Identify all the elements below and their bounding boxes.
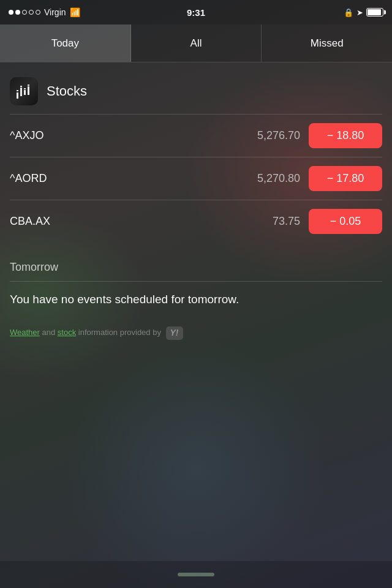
- tomorrow-section: Tomorrow You have no events scheduled fo…: [0, 249, 392, 314]
- wifi-icon: 📶: [70, 7, 80, 17]
- svg-rect-1: [17, 90, 18, 91]
- tab-all[interactable]: All: [131, 24, 262, 62]
- stock-link[interactable]: stock: [58, 328, 76, 337]
- stocks-widget-title: Stocks: [47, 83, 87, 99]
- no-events-text: You have no events scheduled for tomorro…: [10, 292, 382, 308]
- tab-all-label: All: [190, 37, 202, 50]
- svg-rect-7: [28, 85, 29, 86]
- stock-name-axjo: ^AXJO: [10, 129, 155, 142]
- stock-change-aord: − 17.80: [309, 166, 382, 191]
- svg-rect-4: [24, 90, 26, 95]
- tab-today-label: Today: [51, 37, 79, 50]
- battery-indicator: [366, 8, 383, 17]
- carrier-name: Virgin: [44, 7, 66, 17]
- status-right: 🔒 ➤: [344, 8, 383, 17]
- stock-row-axjo[interactable]: ^AXJO 5,276.70 − 18.80: [10, 114, 382, 157]
- svg-rect-6: [28, 86, 29, 95]
- status-time: 9:31: [187, 7, 205, 18]
- footer: Weather and stock information provided b…: [0, 314, 392, 347]
- location-icon: ➤: [356, 8, 363, 17]
- stock-row-cbaax[interactable]: CBA.AX 73.75 − 0.05: [10, 200, 382, 243]
- main-content: Stocks ^AXJO 5,276.70 − 18.80 ^AORD 5,27…: [0, 62, 392, 561]
- footer-and: and: [40, 328, 58, 337]
- svg-rect-0: [17, 92, 18, 99]
- footer-provided-by: information provided by: [76, 328, 163, 337]
- stock-change-axjo: − 18.80: [309, 123, 382, 148]
- signal-dot-3: [22, 10, 27, 15]
- signal-dot-4: [29, 10, 34, 15]
- status-bar: Virgin 📶 9:31 🔒 ➤: [0, 0, 392, 24]
- lock-icon: 🔒: [344, 8, 353, 17]
- bottom-bar: [0, 561, 392, 588]
- signal-dots: [9, 10, 40, 15]
- svg-rect-3: [20, 86, 22, 87]
- stock-price-aord: 5,270.80: [155, 172, 300, 185]
- signal-dot-1: [9, 10, 13, 15]
- bottom-handle[interactable]: [178, 573, 214, 576]
- stock-name-cbaax: CBA.AX: [10, 215, 155, 228]
- widget-header: Stocks: [10, 72, 382, 114]
- stock-name-aord: ^AORD: [10, 172, 155, 185]
- tab-bar: Today All Missed: [0, 24, 392, 62]
- stock-change-cbaax: − 0.05: [309, 209, 382, 234]
- stock-price-axjo: 5,276.70: [155, 129, 300, 142]
- yahoo-logo: Y!: [166, 326, 183, 340]
- tab-missed[interactable]: Missed: [262, 24, 392, 62]
- stock-price-cbaax: 73.75: [155, 215, 300, 228]
- battery-fill: [368, 9, 381, 15]
- battery-body: [366, 8, 383, 17]
- tab-today[interactable]: Today: [0, 24, 131, 62]
- tomorrow-title: Tomorrow: [10, 261, 382, 274]
- status-left: Virgin 📶: [9, 7, 80, 17]
- stock-row-aord[interactable]: ^AORD 5,270.80 − 17.80: [10, 157, 382, 200]
- stocks-app-icon: [10, 77, 38, 105]
- stocks-chart-icon: [14, 81, 34, 101]
- signal-dot-2: [15, 10, 20, 15]
- svg-rect-2: [20, 88, 22, 96]
- tab-missed-label: Missed: [311, 37, 344, 50]
- tomorrow-divider: [10, 281, 382, 282]
- signal-dot-5: [36, 10, 40, 15]
- stocks-widget: Stocks ^AXJO 5,276.70 − 18.80 ^AORD 5,27…: [0, 72, 392, 243]
- weather-link[interactable]: Weather: [10, 328, 40, 337]
- svg-rect-5: [24, 88, 26, 89]
